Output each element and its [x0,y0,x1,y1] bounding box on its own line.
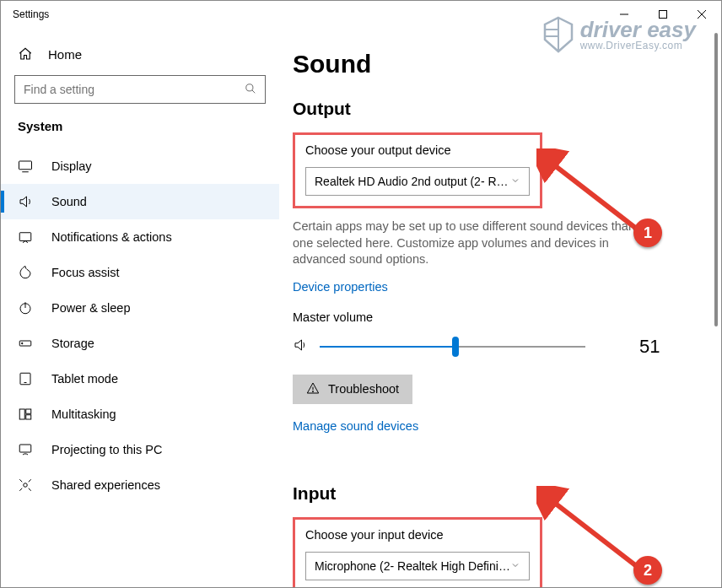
sidebar-item-label: Notifications & actions [51,230,172,244]
svg-rect-8 [19,233,31,241]
home-icon [18,46,33,62]
output-device-block: Choose your output device Realtek HD Aud… [293,132,542,208]
sidebar-item-storage[interactable]: Storage [1,326,279,361]
volume-slider-thumb[interactable] [452,337,459,357]
sidebar-home[interactable]: Home [1,36,279,72]
maximize-button[interactable] [644,1,682,28]
window-title: Settings [13,8,49,20]
close-button[interactable] [682,1,721,28]
sidebar: Home System Display Sound Notification [1,28,279,587]
sound-icon [18,194,33,209]
output-choose-label: Choose your output device [305,143,530,157]
sidebar-item-tablet-mode[interactable]: Tablet mode [1,361,279,396]
input-device-select[interactable]: Microphone (2- Realtek High Definit... [305,552,530,580]
tablet-icon [18,371,33,386]
multitasking-icon [18,407,33,422]
volume-slider[interactable] [320,346,585,348]
volume-slider-fill [320,346,455,348]
annotation-callout-1: 1 [633,218,662,247]
svg-point-4 [246,84,253,90]
output-device-select[interactable]: Realtek HD Audio 2nd output (2- Re... [305,167,530,196]
svg-rect-1 [660,11,667,19]
troubleshoot-button[interactable]: Troubleshoot [293,375,412,404]
svg-rect-16 [26,409,31,413]
sidebar-item-power-sleep[interactable]: Power & sleep [1,290,279,326]
svg-point-12 [22,343,24,344]
storage-icon [18,336,33,351]
device-properties-link[interactable]: Device properties [293,280,388,294]
sidebar-item-label: Storage [51,337,94,350]
input-device-value: Microphone (2- Realtek High Definit... [315,559,510,573]
troubleshoot-label: Troubleshoot [328,382,399,396]
minimize-button[interactable] [605,1,644,28]
sidebar-nav: Display Sound Notifications & actions Fo… [1,148,279,503]
sidebar-item-shared-experiences[interactable]: Shared experiences [1,467,279,503]
output-description: Certain apps may be set up to use differ… [293,218,664,268]
svg-rect-18 [19,445,31,452]
output-section-title: Output [293,99,684,119]
page-title: Sound [293,50,684,78]
sidebar-item-label: Tablet mode [51,372,118,386]
notifications-icon [18,229,33,245]
input-choose-label: Choose your input device [305,528,530,542]
warning-icon [306,381,320,397]
output-device-value: Realtek HD Audio 2nd output (2- Re... [315,175,510,188]
sidebar-section-label: System [1,119,279,148]
master-volume-label: Master volume [293,310,684,324]
sidebar-item-display[interactable]: Display [1,148,279,184]
focus-assist-icon [18,265,33,280]
shared-experiences-icon [18,477,33,493]
svg-line-5 [252,89,256,93]
manage-sound-devices-link[interactable]: Manage sound devices [293,419,418,433]
input-section-title: Input [293,483,684,504]
sidebar-item-label: Multitasking [51,407,116,421]
svg-point-19 [24,483,28,488]
sidebar-item-label: Display [51,159,92,173]
sidebar-item-label: Focus assist [51,266,120,279]
main-content: Sound Output Choose your output device R… [279,28,721,587]
annotation-callout-2: 2 [633,556,662,585]
volume-value: 51 [639,336,660,358]
sidebar-item-label: Shared experiences [51,478,160,492]
sidebar-item-sound[interactable]: Sound [1,184,279,219]
input-device-block: Choose your input device Microphone (2- … [293,517,542,587]
svg-rect-6 [19,161,32,170]
search-icon [245,83,256,97]
sidebar-home-label: Home [48,47,82,62]
sidebar-item-label: Power & sleep [51,301,131,315]
sidebar-item-focus-assist[interactable]: Focus assist [1,255,279,290]
titlebar: Settings [1,1,721,28]
svg-rect-15 [19,409,24,419]
chevron-down-icon [510,559,520,573]
sidebar-item-label: Projecting to this PC [51,443,162,456]
search-input[interactable] [14,75,266,104]
volume-row: 51 [293,336,684,358]
chevron-down-icon [510,175,520,188]
sidebar-item-label: Sound [51,195,87,208]
window-controls [605,1,721,28]
speaker-icon[interactable] [293,337,308,355]
sidebar-item-notifications[interactable]: Notifications & actions [1,219,279,255]
sidebar-item-projecting[interactable]: Projecting to this PC [1,432,279,467]
display-icon [18,159,33,174]
projecting-icon [18,442,33,457]
svg-point-21 [312,391,313,391]
sidebar-item-multitasking[interactable]: Multitasking [1,396,279,432]
scrollbar-thumb[interactable] [714,33,718,326]
scrollbar[interactable] [711,28,721,332]
search-field[interactable] [24,83,245,96]
power-icon [18,300,33,316]
svg-rect-17 [26,415,31,419]
